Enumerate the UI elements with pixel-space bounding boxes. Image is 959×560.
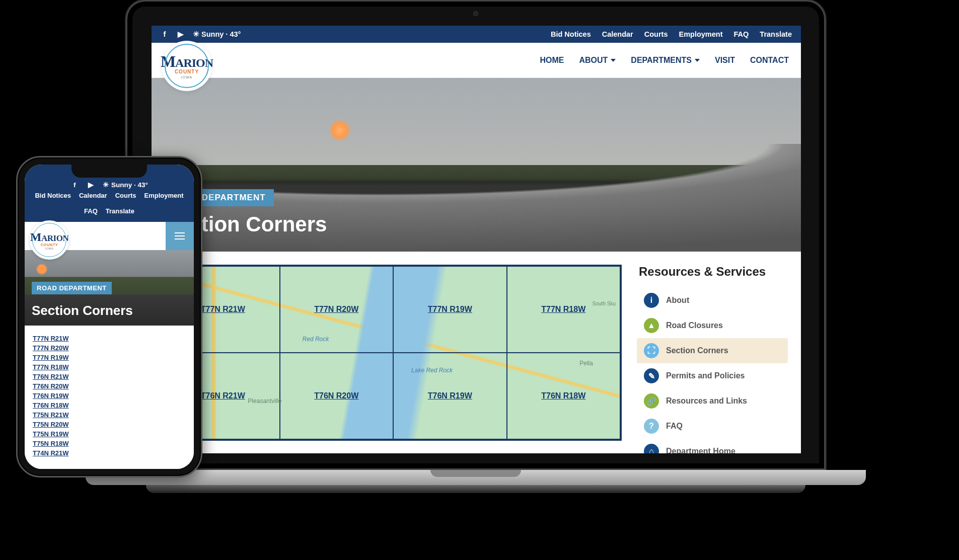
sun-icon: ☀ [193,30,199,38]
site-logo[interactable]: MARION COUNTY IOWA [30,220,69,260]
map-cell: T77N R20W [280,266,394,353]
section-link-t76n-r20w[interactable]: T76N R20W [314,391,358,401]
weather-text: Sunny · 43° [201,30,241,38]
sidebar-item-permits-and-policies[interactable]: ✎Permits and Policies [637,363,788,388]
sidebar-item-about[interactable]: iAbout [637,288,788,313]
utility-link-employment[interactable]: Employment [144,192,184,199]
sidebar-item-label: Permits and Policies [666,371,745,380]
utility-link-bid-notices[interactable]: Bid Notices [35,192,71,199]
hero-banner: ROAD DEPARTMENT Section Corners [152,78,801,252]
utility-link-translate[interactable]: Translate [106,207,134,215]
page-title: Section Corners [32,303,133,318]
section-link-t76n-r20w[interactable]: T76N R20W [33,382,186,390]
laptop-base [86,470,866,485]
map-cell: T77N R19W [393,266,507,353]
home-icon: ⌂ [644,444,659,453]
chevron-down-icon [695,59,700,62]
weather-widget[interactable]: ☀ Sunny · 43° [193,30,241,38]
section-link-t77n-r19w[interactable]: T77N R19W [428,305,472,314]
section-map: Swan Red Rock Lake Red Rock Pleasantvill… [165,265,622,441]
sidebar-item-resources-and-links[interactable]: 🔗Resources and Links [637,388,788,414]
section-link-t76n-r19w[interactable]: T76N R19W [428,391,472,401]
youtube-icon[interactable]: ▶ [87,181,95,189]
phone-notch [71,165,147,178]
doc-icon: ✎ [644,368,659,383]
youtube-icon[interactable]: ▶ [177,30,185,38]
sidebar-item-faq[interactable]: ?FAQ [637,414,788,439]
sidebar-item-section-corners[interactable]: ⛶Section Corners [637,338,788,363]
section-link-t76n-r18w[interactable]: T76N R18W [541,391,585,401]
section-link-t75n-r20w[interactable]: T75N R20W [33,421,186,428]
nav-label: CONTACT [750,56,789,65]
nav-home[interactable]: HOME [540,56,564,65]
facebook-icon[interactable]: f [70,181,79,189]
road-icon: ▲ [644,318,659,333]
section-link-t75n-r18w[interactable]: T75N R18W [33,440,186,447]
section-link-t76n-r19w[interactable]: T76N R19W [33,392,186,399]
section-link-t77n-r18w[interactable]: T77N R18W [541,305,585,314]
utility-link-calendar[interactable]: Calendar [602,30,633,38]
nav-label: ABOUT [579,56,608,65]
nav-label: VISIT [715,56,735,65]
primary-nav: MARION COUNTY IOWA HOMEABOUTDEPARTMENTSV… [152,43,801,78]
laptop-foot [146,485,805,493]
menu-button[interactable] [166,222,194,250]
mobile-nav: MARION COUNTY IOWA [25,222,194,250]
section-link-t76n-r21w[interactable]: T76N R21W [33,373,186,380]
section-link-t77n-r21w[interactable]: T77N R21W [33,335,186,342]
desktop-viewport: f ▶ ☀ Sunny · 43° Bid NoticesCalendarCou… [152,26,801,453]
section-link-t77n-r20w[interactable]: T77N R20W [314,305,358,314]
nav-label: HOME [540,56,564,65]
sidebar-item-department-home[interactable]: ⌂Department Home [637,439,788,453]
utility-link-employment[interactable]: Employment [679,30,723,38]
sidebar-item-road-closures[interactable]: ▲Road Closures [637,313,788,338]
nav-departments[interactable]: DEPARTMENTS [631,56,700,65]
sidebar-item-label: Section Corners [666,346,728,355]
nav-about[interactable]: ABOUT [579,56,616,65]
map-cell: T76N R18W [507,353,621,439]
section-link-t75n-r19w[interactable]: T75N R19W [33,430,186,438]
section-link-t77n-r21w[interactable]: T77N R21W [201,305,245,314]
utility-link-calendar[interactable]: Calendar [79,192,107,199]
sun-icon: ☀ [103,181,109,189]
utility-link-faq[interactable]: FAQ [734,30,749,38]
sidebar-item-label: About [666,296,689,305]
camera-dot [473,11,478,16]
section-link-list: T77N R21WT77N R20WT77N R19WT77N R18WT76N… [25,326,194,469]
map-cell: T76N R19W [393,353,507,439]
map-cell: T77N R18W [507,266,621,353]
sidebar-item-label: Resources and Links [666,396,747,406]
sidebar-item-label: FAQ [666,422,683,431]
nav-visit[interactable]: VISIT [715,56,735,65]
utility-link-bid-notices[interactable]: Bid Notices [551,30,591,38]
laptop-device: f ▶ ☀ Sunny · 43° Bid NoticesCalendarCou… [126,0,826,493]
help-icon: ? [644,419,659,434]
utility-link-courts[interactable]: Courts [644,30,668,38]
site-logo[interactable]: MARION COUNTY IOWA [162,41,212,91]
sidebar-heading: Resources & Services [637,265,788,279]
hero-banner: ROAD DEPARTMENT Section Corners [25,250,194,326]
section-link-t74n-r21w[interactable]: T74N R21W [33,449,186,457]
chevron-down-icon [611,59,616,62]
utility-link-courts[interactable]: Courts [115,192,136,199]
section-link-t77n-r18w[interactable]: T77N R18W [33,363,186,371]
corners-icon: ⛶ [644,343,659,358]
utility-link-translate[interactable]: Translate [760,30,792,38]
section-link-t76n-r18w[interactable]: T76N R18W [33,402,186,409]
utility-link-faq[interactable]: FAQ [84,207,98,215]
department-tag: ROAD DEPARTMENT [32,282,112,294]
weather-text: Sunny · 43° [111,181,148,189]
section-link-t77n-r19w[interactable]: T77N R19W [33,354,186,361]
section-link-t76n-r21w[interactable]: T76N R21W [201,391,245,401]
map-cell: T76N R20W [280,353,394,439]
hamburger-icon [175,235,185,236]
nav-contact[interactable]: CONTACT [750,56,789,65]
weather-widget[interactable]: ☀ Sunny · 43° [103,181,148,189]
section-link-t77n-r20w[interactable]: T77N R20W [33,344,186,352]
sidebar: Resources & Services iAbout▲Road Closure… [637,265,788,440]
facebook-icon[interactable]: f [161,30,169,38]
sidebar-item-label: Department Home [666,447,735,453]
sidebar-item-label: Road Closures [666,321,723,330]
nav-label: DEPARTMENTS [631,56,692,65]
section-link-t75n-r21w[interactable]: T75N R21W [33,411,186,419]
